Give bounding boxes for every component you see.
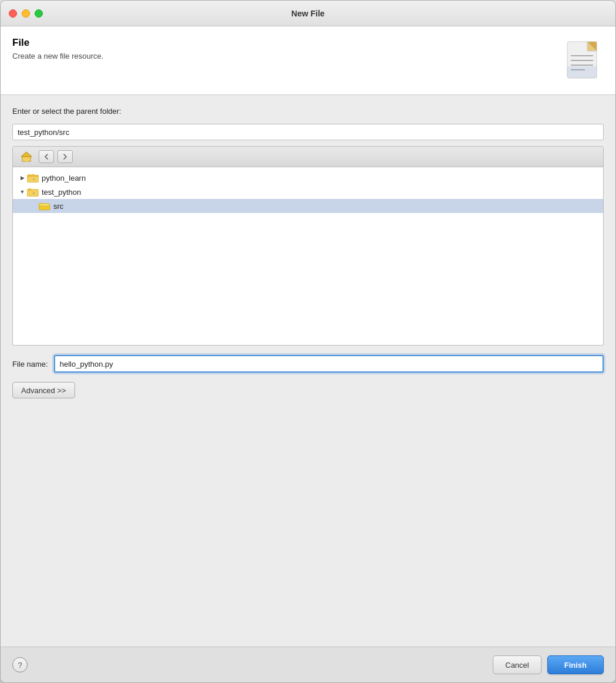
window-title: New File [292,9,325,18]
svg-rect-13 [28,174,31,175]
section-title: File [12,37,103,49]
tree-label-python-learn: python_learn [42,174,86,182]
tree-label-src: src [53,202,63,211]
minimize-button[interactable] [22,9,30,18]
filename-input[interactable] [54,355,604,373]
tree-back-button[interactable] [39,150,54,163]
expand-arrow-python-learn: ▶ [18,173,27,182]
tree-content: ▶ ⊕ python_learn ▼ [13,167,603,345]
svg-text:⊕: ⊕ [33,191,35,195]
tree-label-test-python: test_python [42,188,81,197]
tree-item-test-python[interactable]: ▼ ⊕ test_python [13,185,603,199]
advanced-button[interactable]: Advanced >> [12,382,75,398]
home-icon [20,151,33,163]
tree-home-button[interactable] [18,150,35,164]
traffic-lights [9,9,43,18]
tree-toolbar [13,147,603,167]
finish-button[interactable]: Finish [547,655,604,674]
titlebar: New File [1,1,615,26]
bottom-bar: ? Cancel Finish [1,647,615,682]
folder-icon-src [39,201,50,211]
expand-arrow-test-python: ▼ [18,187,27,197]
section-description: Create a new file resource. [12,52,103,60]
back-arrow-icon [43,153,50,160]
svg-marker-10 [21,152,32,157]
tree-item-python-learn[interactable]: ▶ ⊕ python_learn [13,171,603,185]
folder-icon-test-python: ⊕ [27,187,39,197]
cancel-button[interactable]: Cancel [493,655,541,674]
svg-rect-17 [28,188,31,190]
filename-label: File name: [12,360,48,368]
main-content: Enter or select the parent folder: [1,95,615,346]
new-file-icon [563,37,604,84]
maximize-button[interactable] [35,9,43,18]
folder-icon-python-learn: ⊕ [27,173,39,183]
tree-forward-button[interactable] [57,150,73,163]
tree-item-src[interactable]: ▶ src [13,199,603,213]
folder-label: Enter or select the parent folder: [12,107,604,116]
bottom-actions: Cancel Finish [493,655,604,674]
dialog-window: New File File Create a new file resource… [0,0,616,683]
close-button[interactable] [9,9,17,18]
spacer [1,408,615,647]
forward-arrow-icon [62,153,69,160]
advanced-section: Advanced >> [1,382,615,408]
svg-rect-9 [22,157,31,161]
svg-rect-21 [39,206,50,210]
filename-section: File name: [1,346,615,382]
header-text: File Create a new file resource. [12,37,103,60]
folder-path-input[interactable] [12,124,604,140]
svg-rect-7 [567,66,597,78]
help-button[interactable]: ? [12,657,28,672]
header-section: File Create a new file resource. [1,26,615,95]
svg-text:⊕: ⊕ [33,177,35,181]
tree-browser: ▶ ⊕ python_learn ▼ [12,146,604,346]
